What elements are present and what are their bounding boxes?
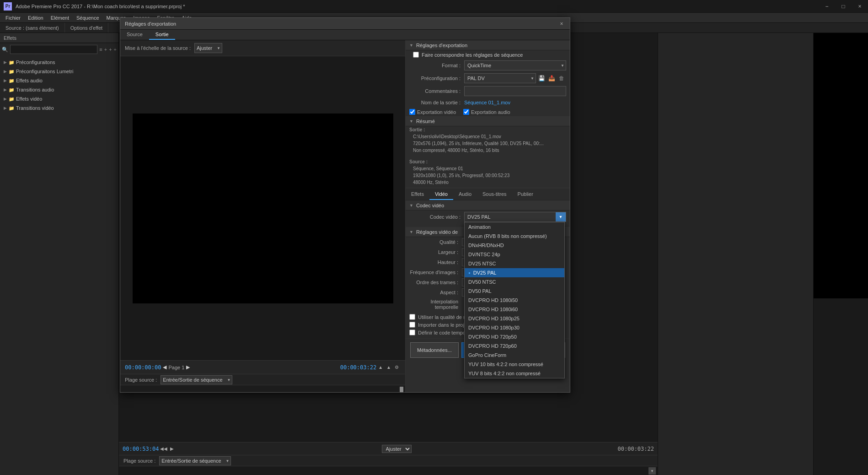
menu-edition[interactable]: Edition bbox=[24, 14, 47, 22]
tree-item-video-effects[interactable]: ▶ 📁 Effets vidéo bbox=[0, 94, 118, 103]
dialog-scrubber[interactable] bbox=[120, 385, 405, 392]
toolbar-icon-3[interactable]: + bbox=[109, 47, 112, 52]
source-range-select[interactable]: Entrée/Sortie de séquence bbox=[159, 456, 231, 465]
codec-option-dv50pal[interactable]: DV50 PAL bbox=[465, 286, 564, 296]
minimize-button[interactable]: − bbox=[819, 0, 835, 13]
codec-option-dv50ntsc[interactable]: DV50 NTSC bbox=[465, 277, 564, 286]
scrubber-handle[interactable]: ▼ bbox=[648, 467, 656, 475]
right-tab-effets[interactable]: Effets bbox=[406, 189, 429, 200]
dialog-preview-panel: Mise à l'échelle de la source : Ajuster … bbox=[120, 40, 405, 392]
source-range-dialog-select[interactable]: Entrée/Sortie de séquence bbox=[161, 375, 232, 384]
tree-label: Transitions vidéo bbox=[16, 105, 54, 111]
close-button[interactable]: × bbox=[852, 0, 868, 13]
tab-options[interactable]: Options d'effet bbox=[65, 23, 108, 32]
settings-icon[interactable]: ⚙ bbox=[395, 365, 399, 370]
summary-arrow-icon: ▼ bbox=[409, 119, 413, 124]
codec-dropdown-arrow[interactable]: ▼ bbox=[556, 212, 566, 221]
codec-option-yuv8[interactable]: YUV 8 bits 4:2:2 non compressé bbox=[465, 369, 564, 378]
codec-option-dvcpro1080p30[interactable]: DVCPRO HD 1080p30 bbox=[465, 323, 564, 332]
menu-element[interactable]: Elément bbox=[47, 14, 73, 22]
import-project-checkbox[interactable] bbox=[409, 322, 415, 328]
codec-option-dvcpro720p50[interactable]: DVCPRO HD 720p50 bbox=[465, 332, 564, 341]
tree-label: Effets vidéo bbox=[16, 96, 42, 102]
dialog-tab-source[interactable]: Source bbox=[120, 30, 149, 40]
play-button[interactable]: ▶ bbox=[170, 446, 174, 451]
dialog-source-bar: Plage source : Entrée/Sortie de séquence… bbox=[120, 374, 405, 385]
delete-preset-icon[interactable]: 🗑 bbox=[557, 74, 566, 83]
tree-item-lumetri[interactable]: ▶ 📁 Préconfiguraitons Lumetri bbox=[0, 67, 118, 76]
right-tab-video[interactable]: Vidéo bbox=[429, 189, 453, 200]
tree-item-video-transitions[interactable]: ▶ 📁 Transitions vidéo bbox=[0, 103, 118, 113]
scrubber-bar[interactable]: ▼ bbox=[119, 466, 658, 475]
triangle-end-icon[interactable]: ▲ bbox=[386, 365, 391, 370]
go-start-button[interactable]: ◀◀ bbox=[160, 446, 167, 451]
search-input[interactable] bbox=[10, 45, 97, 54]
tree-label: Préconfiguraitons bbox=[16, 59, 55, 65]
export-audio-checkbox[interactable] bbox=[463, 109, 469, 115]
menu-fichier[interactable]: Fichier bbox=[2, 14, 24, 22]
summary-header: ▼ Résumé bbox=[406, 116, 570, 126]
sidebar-header: Effets bbox=[0, 33, 118, 43]
codec-option-dvcpro1080p25[interactable]: DVCPRO HD 1080p25 bbox=[465, 314, 564, 323]
nav-next-icon[interactable]: ▶ bbox=[186, 364, 190, 370]
import-preset-icon[interactable]: 📥 bbox=[547, 74, 556, 83]
preconfig-select[interactable]: PAL DV bbox=[464, 73, 536, 83]
codec-option-dvcpro1080i50[interactable]: DVCPRO HD 1080i50 bbox=[465, 296, 564, 305]
codec-option-yuv10[interactable]: YUV 10 bits 4:2:2 non compressé bbox=[465, 360, 564, 369]
codec-option-dv25pal[interactable]: DV25 PAL bbox=[465, 268, 564, 277]
title-bar: Pr Adobe Premiere Pro CC 2017 - R:\Mon c… bbox=[0, 0, 868, 13]
field-order-label: Ordre des trames : bbox=[409, 280, 462, 285]
codec-option-dvcpro1080i60[interactable]: DVCPRO HD 1080i60 bbox=[465, 305, 564, 314]
far-right-panel bbox=[813, 33, 868, 475]
scrubber-thumb[interactable] bbox=[400, 387, 403, 392]
sidebar-search-area: 🔍 ≡ + + + bbox=[0, 43, 118, 56]
folder-icon: 📁 bbox=[9, 78, 14, 83]
codec-option-dvcpro720p60[interactable]: DVCPRO HD 720p60 bbox=[465, 341, 564, 351]
format-select[interactable]: QuickTime bbox=[464, 60, 566, 70]
tree-label: Effets audio bbox=[16, 78, 43, 83]
use-quality-label: Utiliser la qualité de r... bbox=[418, 314, 469, 320]
tree-item-preconfigs[interactable]: ▶ 📁 Préconfiguraitons bbox=[0, 58, 118, 67]
codec-option-dnxhr[interactable]: DNxHR/DNxHD bbox=[465, 241, 564, 250]
codec-option-animation[interactable]: Animation bbox=[465, 222, 564, 232]
codec-dropdown-list[interactable]: Animation Aucun (RVB 8 bits non compress… bbox=[464, 222, 565, 378]
codec-option-gopro[interactable]: GoPro CineForm bbox=[465, 351, 564, 360]
scale-select[interactable]: Ajuster bbox=[194, 43, 222, 53]
menu-sequence[interactable]: Séquence bbox=[73, 14, 103, 22]
right-tab-publish[interactable]: Publier bbox=[512, 189, 539, 200]
dialog-close-button[interactable]: × bbox=[558, 20, 565, 27]
scale-select-wrap: Ajuster bbox=[194, 43, 222, 53]
triangle-start-icon[interactable]: ▲ bbox=[378, 365, 383, 370]
set-timecode-checkbox[interactable] bbox=[409, 329, 415, 335]
dialog-content: Mise à l'échelle de la source : Ajuster … bbox=[120, 40, 570, 392]
codec-option-aucun[interactable]: Aucun (RVB 8 bits non compressé) bbox=[465, 232, 564, 241]
codec-dropdown-display[interactable]: DV25 PAL ▼ bbox=[464, 212, 566, 222]
match-sequence-checkbox[interactable] bbox=[413, 52, 419, 58]
right-tab-subtitles[interactable]: Sous-titres bbox=[477, 189, 512, 200]
toolbar-icon-4[interactable]: + bbox=[114, 47, 117, 52]
export-video-label: Exportation vidéo bbox=[417, 109, 456, 115]
codec-section-header: ▼ Codec vidéo bbox=[406, 200, 570, 211]
toolbar-icon-1[interactable]: ≡ bbox=[99, 47, 102, 52]
tab-source[interactable]: Source : (sans élément) bbox=[0, 23, 65, 32]
save-preset-icon[interactable]: 💾 bbox=[537, 74, 546, 83]
adjust-select[interactable]: Ajuster bbox=[382, 445, 412, 453]
codec-section-label: Codec vidéo bbox=[416, 203, 444, 208]
export-video-checkbox[interactable] bbox=[409, 109, 415, 115]
tree-item-audio-effects[interactable]: ▶ 📁 Effets audio bbox=[0, 76, 118, 85]
codec-option-dv25ntsc[interactable]: DV25 NTSC bbox=[465, 259, 564, 268]
use-quality-checkbox[interactable] bbox=[409, 314, 415, 320]
dialog-tab-sortie[interactable]: Sortie bbox=[149, 30, 175, 40]
toolbar-icon-2[interactable]: + bbox=[104, 47, 107, 52]
dialog-timecode-end: 00:00:03:22 bbox=[340, 364, 376, 371]
preview-black-area bbox=[120, 56, 405, 360]
right-tab-audio[interactable]: Audio bbox=[453, 189, 477, 200]
output-name-link[interactable]: Séquence 01_1.mov bbox=[464, 100, 510, 105]
tree-item-audio-transitions[interactable]: ▶ 📁 Transitions audio bbox=[0, 85, 118, 94]
nav-prev-icon[interactable]: ◀ bbox=[163, 364, 166, 370]
codec-option-dvntsc24p[interactable]: DV/NTSC 24p bbox=[465, 250, 564, 259]
metadata-button[interactable]: Métadonnées... bbox=[410, 342, 459, 358]
comments-input[interactable] bbox=[464, 86, 566, 96]
right-panel bbox=[658, 33, 813, 475]
maximize-button[interactable]: □ bbox=[835, 0, 852, 13]
